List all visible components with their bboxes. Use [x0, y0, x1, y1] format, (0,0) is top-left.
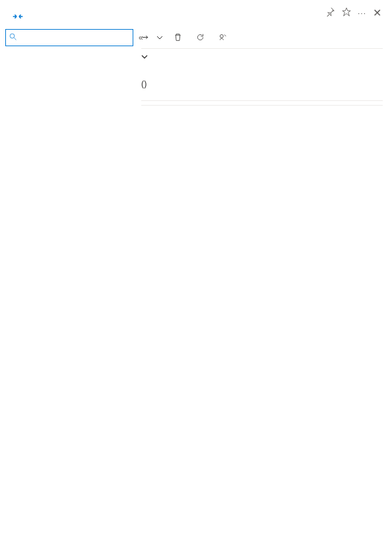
- pin-icon[interactable]: [326, 7, 335, 18]
- more-icon[interactable]: ···: [358, 9, 366, 18]
- svg-point-0: [10, 34, 15, 38]
- search-input[interactable]: [5, 29, 133, 46]
- collapse-icon[interactable]: «: [136, 33, 146, 42]
- search-icon: [9, 33, 17, 43]
- feedback-button[interactable]: [218, 33, 230, 42]
- chevron-down-icon[interactable]: [141, 53, 148, 62]
- svg-point-1: [220, 34, 223, 38]
- favorite-icon[interactable]: [342, 7, 351, 18]
- refresh-button[interactable]: [196, 33, 208, 42]
- vnet-icon: [11, 9, 25, 24]
- close-icon[interactable]: ✕: [373, 7, 381, 19]
- add-tags-link[interactable]: [141, 91, 383, 98]
- chevron-down-icon: [156, 34, 163, 41]
- delete-button[interactable]: [174, 33, 185, 42]
